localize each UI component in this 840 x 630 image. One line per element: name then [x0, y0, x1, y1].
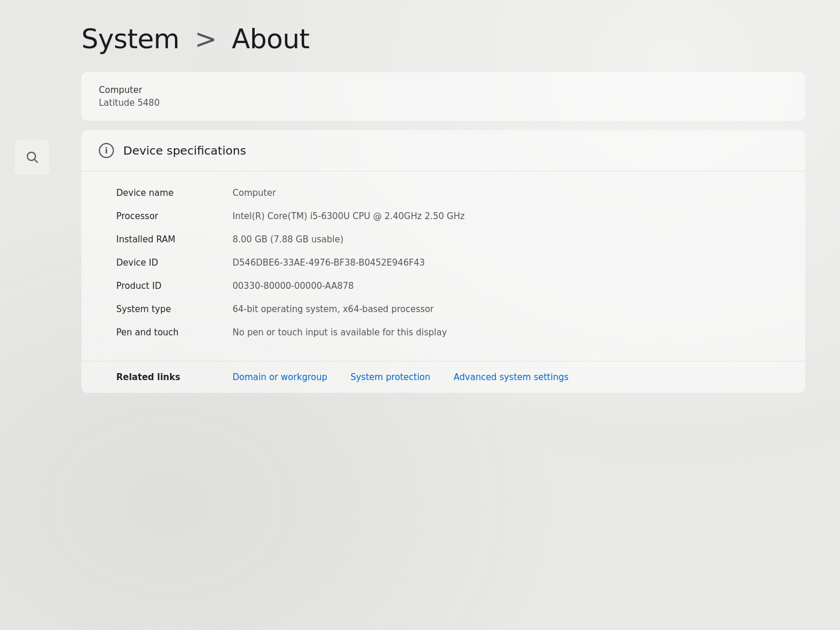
- spec-label: Installed RAM: [116, 234, 233, 245]
- spec-value: Computer: [233, 188, 788, 198]
- spec-value: 8.00 GB (7.88 GB usable): [233, 234, 788, 245]
- spec-value: No pen or touch input is available for t…: [233, 327, 788, 338]
- spec-label: Processor: [116, 211, 233, 221]
- related-link[interactable]: System protection: [351, 372, 430, 382]
- breadcrumb-system: System: [81, 23, 180, 55]
- table-row: System type64-bit operating system, x64-…: [116, 304, 788, 314]
- table-row: Product ID00330-80000-00000-AA878: [116, 281, 788, 291]
- spec-value: D546DBE6-33AE-4976-BF38-B0452E946F43: [233, 257, 788, 268]
- spec-label: System type: [116, 304, 233, 314]
- related-link[interactable]: Advanced system settings: [453, 372, 569, 382]
- spec-label: Product ID: [116, 281, 233, 291]
- sidebar: [0, 0, 64, 630]
- info-icon: i: [99, 143, 114, 158]
- spec-value: 64-bit operating system, x64-based proce…: [233, 304, 788, 314]
- table-row: Pen and touchNo pen or touch input is av…: [116, 327, 788, 338]
- device-specs-title: Device specifications: [123, 144, 246, 158]
- table-row: Device nameComputer: [116, 188, 788, 198]
- device-specs-header: i Device specifications: [81, 130, 805, 171]
- related-links-row: Related links Domain or workgroupSystem …: [81, 361, 805, 393]
- computer-label: Computer: [99, 85, 788, 95]
- related-link[interactable]: Domain or workgroup: [233, 372, 327, 382]
- main-content: System > About Computer Latitude 5480 i …: [64, 0, 840, 630]
- search-button[interactable]: [15, 139, 49, 174]
- table-row: ProcessorIntel(R) Core(TM) i5-6300U CPU …: [116, 211, 788, 221]
- spec-label: Device name: [116, 188, 233, 198]
- related-links-label: Related links: [116, 372, 233, 382]
- spec-value: 00330-80000-00000-AA878: [233, 281, 788, 291]
- related-links-items: Domain or workgroupSystem protectionAdva…: [233, 372, 569, 382]
- search-icon: [25, 150, 39, 164]
- computer-card: Computer Latitude 5480: [81, 72, 805, 121]
- table-row: Installed RAM8.00 GB (7.88 GB usable): [116, 234, 788, 245]
- spec-label: Device ID: [116, 257, 233, 268]
- spec-value: Intel(R) Core(TM) i5-6300U CPU @ 2.40GHz…: [233, 211, 788, 221]
- computer-name: Latitude 5480: [99, 98, 788, 108]
- breadcrumb-about: About: [232, 23, 310, 55]
- device-specs-card: i Device specifications Device nameCompu…: [81, 130, 805, 393]
- page-title: System > About: [81, 23, 805, 55]
- svg-point-0: [27, 152, 35, 160]
- table-row: Device IDD546DBE6-33AE-4976-BF38-B0452E9…: [116, 257, 788, 268]
- spec-label: Pen and touch: [116, 327, 233, 338]
- svg-line-1: [35, 160, 38, 163]
- specs-table: Device nameComputerProcessorIntel(R) Cor…: [81, 171, 805, 356]
- breadcrumb-separator: >: [195, 23, 217, 55]
